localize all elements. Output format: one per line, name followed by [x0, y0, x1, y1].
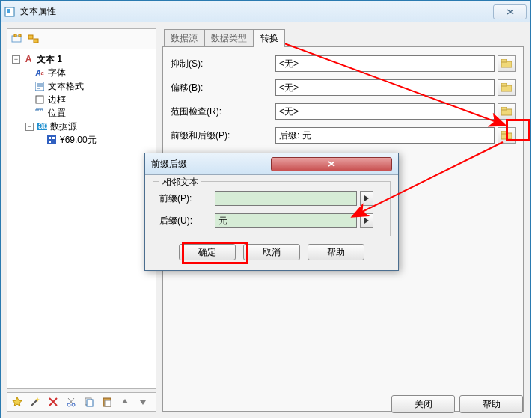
svg-rect-18 — [105, 400, 111, 406]
tree-item-font[interactable]: Aa字体 — [9, 66, 154, 79]
range-check-edit-button[interactable] — [498, 103, 516, 120]
cancel-button[interactable]: 取消 — [243, 244, 300, 260]
tree-item-data-value[interactable]: ¥69.00元 — [9, 133, 154, 147]
suppress-edit-button[interactable] — [498, 55, 516, 72]
down-icon[interactable] — [136, 395, 150, 409]
cut-icon[interactable] — [64, 395, 78, 409]
svg-rect-9 — [47, 135, 56, 144]
folder-icon — [501, 131, 512, 140]
format-icon — [34, 81, 45, 91]
tabs: 数据源 数据类型 转换 — [164, 28, 524, 46]
prefix-suffix-edit-button[interactable] — [498, 127, 516, 144]
collapse-icon[interactable]: − — [12, 55, 20, 64]
delete-icon[interactable] — [46, 395, 60, 409]
app-icon — [4, 6, 16, 18]
tree-label: 边框 — [48, 94, 66, 106]
prefix-label: 前缀(P): — [159, 192, 215, 205]
collapse-icon[interactable]: − — [25, 123, 34, 131]
dialog-close-button[interactable] — [271, 157, 392, 171]
svg-rect-26 — [501, 131, 507, 134]
range-check-label: 范围检查(R): — [171, 105, 275, 118]
tab-datasource[interactable]: 数据源 — [164, 29, 204, 47]
folder-icon — [501, 83, 512, 92]
tool-icon-1[interactable] — [10, 32, 24, 46]
svg-rect-22 — [501, 83, 507, 86]
close-icon — [328, 161, 335, 167]
dialog-prefix-row: 前缀(P): — [159, 189, 384, 207]
svg-rect-10 — [49, 137, 51, 139]
dialog-body: 相邻文本 前缀(P): 后缀(U): 元 确定 取消 帮助 — [145, 175, 398, 266]
suppress-label: 抑制(S): — [171, 58, 275, 70]
datasource-icon: ab — [37, 121, 47, 132]
up-icon[interactable] — [118, 395, 132, 409]
prefix-suffix-dialog: 前缀后缀 相邻文本 前缀(P): 后缀(U): 元 确定 取消 帮助 — [144, 153, 399, 271]
window-title: 文本属性 — [20, 5, 493, 18]
tree-label: 字体 — [48, 67, 66, 79]
svg-rect-11 — [52, 137, 55, 139]
svg-point-14 — [72, 403, 75, 406]
offset-input[interactable]: <无> — [275, 79, 495, 96]
tree-root[interactable]: − A 文本 1 — [9, 52, 154, 66]
field-prefix-suffix: 前缀和后缀(P): 后缀: 元 — [171, 126, 516, 144]
field-offset: 偏移(B): <无> — [171, 79, 516, 97]
triangle-right-icon — [364, 217, 370, 224]
dialog-suffix-row: 后缀(U): 元 — [159, 212, 384, 230]
folder-icon — [501, 107, 512, 116]
bottom-toolbar — [7, 392, 156, 412]
svg-rect-1 — [7, 9, 10, 13]
new-icon[interactable] — [10, 395, 24, 409]
offset-label: 偏移(B): — [171, 82, 275, 94]
position-icon — [34, 108, 45, 118]
suffix-input[interactable]: 元 — [215, 213, 357, 228]
wizard-icon[interactable] — [28, 395, 42, 409]
tree-toolbar — [7, 28, 156, 49]
adjacent-text-group: 相邻文本 前缀(P): 后缀(U): 元 — [153, 181, 391, 236]
svg-point-13 — [67, 403, 70, 406]
tree-item-datasource[interactable]: −ab数据源 — [9, 120, 154, 133]
suffix-dropdown-button[interactable] — [360, 213, 373, 228]
paste-icon[interactable] — [100, 395, 114, 409]
range-check-input[interactable]: <无> — [275, 103, 495, 120]
tree: − A 文本 1 Aa字体 文本格式 边框 位置 −ab数据源 ¥69.00元 — [7, 49, 156, 389]
window-close-button[interactable] — [493, 4, 527, 19]
svg-rect-12 — [49, 141, 51, 143]
tab-transform[interactable]: 转换 — [254, 29, 285, 47]
offset-edit-button[interactable] — [498, 79, 516, 96]
triangle-right-icon — [364, 195, 370, 202]
svg-rect-20 — [501, 59, 507, 62]
ok-button[interactable]: 确定 — [179, 244, 236, 260]
folder-icon — [501, 59, 512, 68]
tree-label: 数据源 — [50, 120, 77, 133]
field-suppress: 抑制(S): <无> — [171, 55, 516, 73]
font-icon: Aa — [34, 67, 45, 78]
tree-item-position[interactable]: 位置 — [9, 106, 154, 120]
tree-panel: − A 文本 1 Aa字体 文本格式 边框 位置 −ab数据源 ¥69.00元 — [7, 28, 156, 412]
tab-datatype[interactable]: 数据类型 — [204, 29, 254, 47]
tree-label: 位置 — [48, 107, 66, 120]
svg-rect-4 — [34, 39, 38, 43]
tree-item-format[interactable]: 文本格式 — [9, 79, 154, 93]
prefix-suffix-input[interactable]: 后缀: 元 — [275, 127, 495, 144]
help-button[interactable]: 帮助 — [459, 395, 523, 413]
prefix-suffix-label: 前缀和后缀(P): — [171, 129, 275, 142]
dialog-help-button[interactable]: 帮助 — [308, 244, 364, 260]
close-button[interactable]: 关闭 — [391, 395, 455, 413]
text-icon: A — [23, 54, 34, 64]
tree-item-border[interactable]: 边框 — [9, 93, 154, 106]
tree-label: ¥69.00元 — [60, 134, 97, 147]
border-icon — [34, 94, 45, 105]
field-range-check: 范围检查(R): <无> — [171, 103, 516, 120]
svg-rect-3 — [28, 35, 33, 39]
suppress-input[interactable]: <无> — [275, 55, 495, 72]
prefix-dropdown-button[interactable] — [360, 191, 373, 206]
tool-icon-2[interactable] — [27, 32, 40, 46]
svg-rect-24 — [501, 107, 507, 110]
tree-label: 文本格式 — [48, 80, 84, 93]
svg-rect-6 — [36, 96, 43, 103]
dialog-title: 前缀后缀 — [151, 158, 271, 171]
dialog-buttons: 确定 取消 帮助 — [153, 244, 391, 260]
copy-icon[interactable] — [82, 395, 96, 409]
titlebar: 文本属性 — [1, 1, 530, 22]
prefix-input[interactable] — [215, 191, 357, 206]
suffix-label: 后缀(U): — [159, 215, 215, 227]
